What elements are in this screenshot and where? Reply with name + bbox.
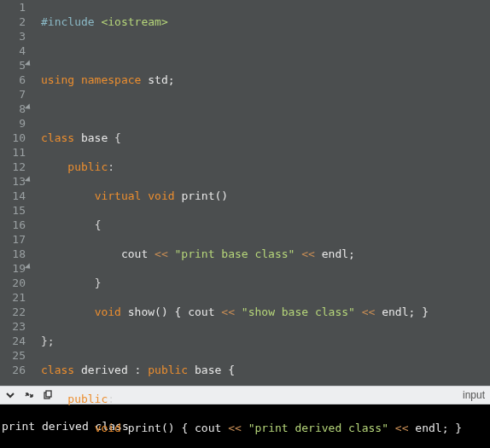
fold-icon[interactable] xyxy=(25,103,32,111)
code-line: using namespace std; xyxy=(41,73,462,87)
line-number: 10 xyxy=(3,131,26,145)
collapse-icon[interactable] xyxy=(5,390,15,400)
line-number: 8 xyxy=(3,102,26,116)
code-line: { xyxy=(41,218,462,232)
code-line: }; xyxy=(41,334,462,348)
line-number: 13 xyxy=(3,174,26,189)
line-number: 18 xyxy=(3,247,26,261)
line-number: 6 xyxy=(3,73,26,87)
line-number: 1 xyxy=(3,0,26,15)
code-line: public: xyxy=(41,160,462,174)
line-number: 24 xyxy=(3,334,26,348)
code-line: void print() { cout << "print derived cl… xyxy=(41,421,462,435)
code-line: } xyxy=(41,276,462,290)
expand-icon[interactable] xyxy=(24,390,34,400)
fold-icon[interactable] xyxy=(25,176,32,183)
code-line: void show() { cout << "show base class" … xyxy=(41,305,462,319)
line-number-gutter: 1 2 3 4 5 6 7 8 9 10 11 12 13 14 15 16 1… xyxy=(0,0,32,386)
line-number: 16 xyxy=(3,218,26,232)
line-number: 3 xyxy=(3,29,26,44)
input-label[interactable]: input xyxy=(463,389,485,401)
line-number: 9 xyxy=(3,116,26,131)
code-line xyxy=(41,44,462,58)
line-number: 4 xyxy=(3,44,26,58)
code-line: class derived : public base { xyxy=(41,363,462,377)
line-number: 14 xyxy=(3,189,26,203)
line-number: 21 xyxy=(3,290,26,305)
line-number: 7 xyxy=(3,87,26,102)
line-number: 23 xyxy=(3,319,26,334)
line-number: 26 xyxy=(3,363,26,377)
code-line xyxy=(41,102,462,116)
line-number: 2 xyxy=(3,15,26,29)
code-line: #include <iostream> xyxy=(41,15,462,29)
line-number: 17 xyxy=(3,232,26,247)
line-number: 20 xyxy=(3,276,26,290)
line-number: 25 xyxy=(3,348,26,363)
fold-icon[interactable] xyxy=(25,263,32,271)
code-line: cout << "print base class" << endl; xyxy=(41,247,462,261)
line-number: 11 xyxy=(3,145,26,160)
code-line: class base { xyxy=(41,131,462,145)
line-number: 5 xyxy=(3,58,26,73)
fold-icon[interactable] xyxy=(25,60,32,67)
code-line: virtual void print() xyxy=(41,189,462,203)
line-number: 19 xyxy=(3,261,26,276)
line-number: 22 xyxy=(3,305,26,319)
code-area[interactable]: #include <iostream> using namespace std;… xyxy=(32,0,462,386)
code-line: public: xyxy=(41,392,462,406)
code-editor[interactable]: 1 2 3 4 5 6 7 8 9 10 11 12 13 14 15 16 1… xyxy=(0,0,490,386)
line-number: 12 xyxy=(3,160,26,174)
line-number: 15 xyxy=(3,203,26,218)
